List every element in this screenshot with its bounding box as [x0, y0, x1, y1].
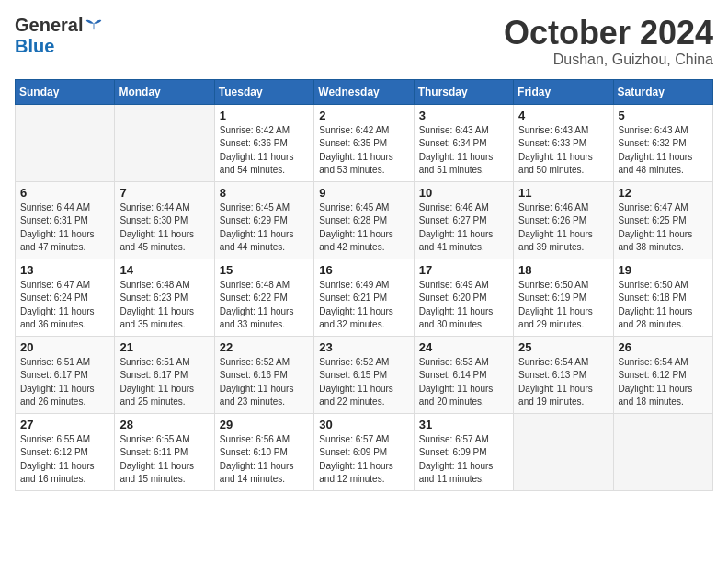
day-info: Sunrise: 6:43 AM Sunset: 6:32 PM Dayligh…	[619, 124, 708, 178]
day-number: 22	[220, 340, 309, 354]
logo-blue: Blue	[15, 36, 54, 57]
day-number: 4	[518, 109, 608, 122]
day-info: Sunrise: 6:55 AM Sunset: 6:11 PM Dayligh…	[119, 433, 209, 487]
day-of-week-header: Saturday	[613, 79, 712, 104]
day-info: Sunrise: 6:47 AM Sunset: 6:24 PM Dayligh…	[20, 279, 109, 332]
day-number: 12	[619, 186, 708, 200]
calendar-day-cell	[613, 413, 712, 490]
day-of-week-header: Sunday	[16, 79, 115, 104]
calendar-location: Dushan, Guizhou, China	[504, 52, 713, 68]
day-info: Sunrise: 6:46 AM Sunset: 6:27 PM Dayligh…	[419, 201, 508, 255]
title-block: October 2024 Dushan, Guizhou, China	[504, 15, 713, 68]
calendar-week-row: 27Sunrise: 6:55 AM Sunset: 6:12 PM Dayli…	[16, 413, 713, 490]
day-info: Sunrise: 6:51 AM Sunset: 6:17 PM Dayligh…	[119, 356, 209, 409]
calendar-day-cell: 5Sunrise: 6:43 AM Sunset: 6:32 PM Daylig…	[613, 104, 712, 181]
day-of-week-header: Tuesday	[214, 79, 313, 104]
calendar-day-cell: 4Sunrise: 6:43 AM Sunset: 6:33 PM Daylig…	[514, 104, 613, 181]
day-info: Sunrise: 6:51 AM Sunset: 6:17 PM Dayligh…	[20, 356, 109, 409]
calendar-day-cell: 7Sunrise: 6:44 AM Sunset: 6:30 PM Daylig…	[115, 181, 214, 259]
day-info: Sunrise: 6:52 AM Sunset: 6:15 PM Dayligh…	[319, 356, 408, 409]
calendar-day-cell: 30Sunrise: 6:57 AM Sunset: 6:09 PM Dayli…	[314, 413, 414, 490]
day-number: 3	[419, 109, 508, 122]
day-info: Sunrise: 6:44 AM Sunset: 6:30 PM Dayligh…	[119, 201, 209, 255]
calendar-day-cell: 1Sunrise: 6:42 AM Sunset: 6:36 PM Daylig…	[214, 104, 313, 181]
calendar-day-cell: 9Sunrise: 6:45 AM Sunset: 6:28 PM Daylig…	[314, 181, 414, 259]
day-number: 1	[220, 109, 309, 122]
day-info: Sunrise: 6:46 AM Sunset: 6:26 PM Dayligh…	[518, 201, 608, 255]
calendar-header-row: SundayMondayTuesdayWednesdayThursdayFrid…	[16, 79, 713, 104]
day-number: 25	[518, 340, 608, 354]
day-of-week-header: Wednesday	[314, 79, 414, 104]
day-number: 27	[20, 418, 109, 431]
day-info: Sunrise: 6:57 AM Sunset: 6:09 PM Dayligh…	[419, 433, 508, 487]
calendar-table: SundayMondayTuesdayWednesdayThursdayFrid…	[15, 79, 713, 491]
calendar-week-row: 13Sunrise: 6:47 AM Sunset: 6:24 PM Dayli…	[16, 259, 713, 336]
calendar-day-cell: 19Sunrise: 6:50 AM Sunset: 6:18 PM Dayli…	[613, 259, 712, 336]
calendar-day-cell: 26Sunrise: 6:54 AM Sunset: 6:12 PM Dayli…	[613, 336, 712, 413]
calendar-day-cell: 18Sunrise: 6:50 AM Sunset: 6:19 PM Dayli…	[514, 259, 613, 336]
calendar-day-cell: 6Sunrise: 6:44 AM Sunset: 6:31 PM Daylig…	[16, 181, 115, 259]
calendar-day-cell: 13Sunrise: 6:47 AM Sunset: 6:24 PM Dayli…	[16, 259, 115, 336]
day-number: 8	[220, 186, 309, 200]
day-info: Sunrise: 6:50 AM Sunset: 6:19 PM Dayligh…	[518, 279, 608, 332]
day-number: 26	[619, 340, 708, 354]
day-number: 28	[119, 418, 209, 431]
day-number: 31	[419, 418, 508, 431]
day-number: 29	[220, 418, 309, 431]
calendar-week-row: 1Sunrise: 6:42 AM Sunset: 6:36 PM Daylig…	[16, 104, 713, 181]
day-info: Sunrise: 6:48 AM Sunset: 6:23 PM Dayligh…	[119, 279, 209, 332]
day-of-week-header: Friday	[514, 79, 613, 104]
calendar-day-cell: 3Sunrise: 6:43 AM Sunset: 6:34 PM Daylig…	[414, 104, 513, 181]
day-number: 6	[20, 186, 109, 200]
calendar-day-cell: 23Sunrise: 6:52 AM Sunset: 6:15 PM Dayli…	[314, 336, 414, 413]
calendar-day-cell: 25Sunrise: 6:54 AM Sunset: 6:13 PM Dayli…	[514, 336, 613, 413]
day-number: 2	[319, 109, 408, 122]
day-info: Sunrise: 6:54 AM Sunset: 6:13 PM Dayligh…	[518, 356, 608, 409]
calendar-day-cell: 15Sunrise: 6:48 AM Sunset: 6:22 PM Dayli…	[214, 259, 313, 336]
calendar-day-cell: 16Sunrise: 6:49 AM Sunset: 6:21 PM Dayli…	[314, 259, 414, 336]
day-info: Sunrise: 6:43 AM Sunset: 6:33 PM Dayligh…	[518, 124, 608, 178]
day-number: 23	[319, 340, 408, 354]
calendar-day-cell: 14Sunrise: 6:48 AM Sunset: 6:23 PM Dayli…	[115, 259, 214, 336]
page-header: General Blue October 2024 Dushan, Guizho…	[15, 15, 713, 68]
day-info: Sunrise: 6:55 AM Sunset: 6:12 PM Dayligh…	[20, 433, 109, 487]
calendar-week-row: 20Sunrise: 6:51 AM Sunset: 6:17 PM Dayli…	[16, 336, 713, 413]
day-info: Sunrise: 6:49 AM Sunset: 6:21 PM Dayligh…	[319, 279, 408, 332]
day-info: Sunrise: 6:43 AM Sunset: 6:34 PM Dayligh…	[419, 124, 508, 178]
day-info: Sunrise: 6:45 AM Sunset: 6:29 PM Dayligh…	[220, 201, 309, 255]
day-info: Sunrise: 6:45 AM Sunset: 6:28 PM Dayligh…	[319, 201, 408, 255]
day-number: 18	[518, 263, 608, 277]
calendar-day-cell: 28Sunrise: 6:55 AM Sunset: 6:11 PM Dayli…	[115, 413, 214, 490]
day-number: 15	[220, 263, 309, 277]
logo-general: General	[15, 15, 83, 36]
calendar-day-cell	[16, 104, 115, 181]
calendar-title: October 2024	[504, 15, 713, 52]
day-number: 17	[419, 263, 508, 277]
calendar-day-cell: 22Sunrise: 6:52 AM Sunset: 6:16 PM Dayli…	[214, 336, 313, 413]
logo: General Blue	[15, 15, 103, 57]
day-number: 10	[419, 186, 508, 200]
calendar-day-cell: 11Sunrise: 6:46 AM Sunset: 6:26 PM Dayli…	[514, 181, 613, 259]
calendar-week-row: 6Sunrise: 6:44 AM Sunset: 6:31 PM Daylig…	[16, 181, 713, 259]
day-number: 11	[518, 186, 608, 200]
calendar-day-cell	[514, 413, 613, 490]
day-number: 13	[20, 263, 109, 277]
day-number: 30	[319, 418, 408, 431]
day-number: 16	[319, 263, 408, 277]
day-of-week-header: Thursday	[414, 79, 513, 104]
day-number: 19	[619, 263, 708, 277]
calendar-day-cell: 12Sunrise: 6:47 AM Sunset: 6:25 PM Dayli…	[613, 181, 712, 259]
day-info: Sunrise: 6:50 AM Sunset: 6:18 PM Dayligh…	[619, 279, 708, 332]
day-info: Sunrise: 6:57 AM Sunset: 6:09 PM Dayligh…	[319, 433, 408, 487]
calendar-day-cell: 10Sunrise: 6:46 AM Sunset: 6:27 PM Dayli…	[414, 181, 513, 259]
calendar-day-cell	[115, 104, 214, 181]
day-of-week-header: Monday	[115, 79, 214, 104]
day-info: Sunrise: 6:48 AM Sunset: 6:22 PM Dayligh…	[220, 279, 309, 332]
day-info: Sunrise: 6:47 AM Sunset: 6:25 PM Dayligh…	[619, 201, 708, 255]
day-info: Sunrise: 6:44 AM Sunset: 6:31 PM Dayligh…	[20, 201, 109, 255]
calendar-day-cell: 21Sunrise: 6:51 AM Sunset: 6:17 PM Dayli…	[115, 336, 214, 413]
calendar-day-cell: 31Sunrise: 6:57 AM Sunset: 6:09 PM Dayli…	[414, 413, 513, 490]
day-info: Sunrise: 6:49 AM Sunset: 6:20 PM Dayligh…	[419, 279, 508, 332]
day-number: 5	[619, 109, 708, 122]
day-number: 24	[419, 340, 508, 354]
